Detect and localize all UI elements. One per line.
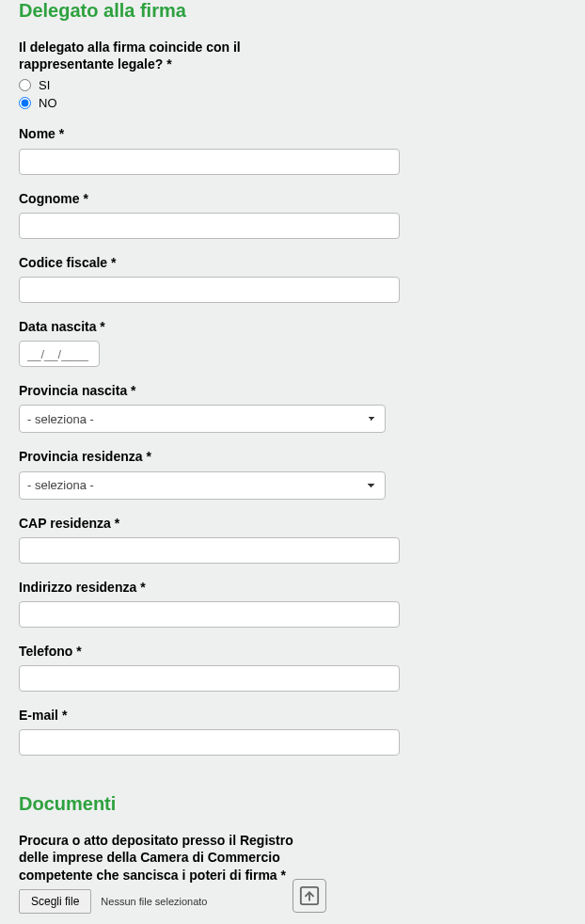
- input-email[interactable]: [19, 729, 400, 756]
- label-provincia-residenza: Provincia residenza *: [19, 448, 301, 465]
- label-provincia-nascita: Provincia nascita *: [19, 382, 301, 399]
- field-provincia-nascita: Provincia nascita * - seleziona -: [19, 382, 566, 433]
- input-cap-residenza[interactable]: [19, 537, 400, 564]
- radio-no[interactable]: [19, 97, 31, 109]
- label-codice-fiscale: Codice fiscale *: [19, 254, 301, 271]
- input-telefono[interactable]: [19, 665, 400, 692]
- select-provincia-nascita[interactable]: - seleziona -: [19, 405, 386, 433]
- input-data-nascita[interactable]: [19, 341, 100, 367]
- select-provincia-residenza[interactable]: - seleziona -: [19, 471, 386, 500]
- label-procura: Procura o atto depositato presso il Regi…: [19, 832, 301, 884]
- input-indirizzo-residenza[interactable]: [19, 601, 400, 628]
- label-cognome: Cognome *: [19, 190, 301, 207]
- field-email: E-mail *: [19, 707, 566, 756]
- field-indirizzo-residenza: Indirizzo residenza *: [19, 579, 566, 628]
- label-cap-residenza: CAP residenza *: [19, 515, 301, 532]
- field-coincide: Il delegato alla firma coincide con il r…: [19, 39, 566, 110]
- file-status-text: Nessun file selezionato: [101, 896, 207, 907]
- input-cognome[interactable]: [19, 213, 400, 239]
- radio-no-label: NO: [39, 96, 57, 110]
- file-choose-button[interactable]: Scegli file: [19, 889, 91, 914]
- section-title-delegato: Delegato alla firma: [19, 0, 566, 22]
- radio-si[interactable]: [19, 79, 31, 91]
- section-title-documenti: Documenti: [19, 793, 566, 815]
- field-nome: Nome *: [19, 125, 566, 174]
- field-codice-fiscale: Codice fiscale *: [19, 254, 566, 303]
- label-indirizzo-residenza: Indirizzo residenza *: [19, 579, 301, 596]
- field-telefono: Telefono *: [19, 643, 566, 692]
- label-data-nascita: Data nascita *: [19, 318, 301, 335]
- radio-row-no: NO: [19, 96, 566, 110]
- input-nome[interactable]: [19, 149, 400, 175]
- label-nome: Nome *: [19, 125, 301, 142]
- label-email: E-mail *: [19, 707, 301, 724]
- radio-si-label: SI: [39, 78, 50, 92]
- label-telefono: Telefono *: [19, 643, 301, 660]
- field-data-nascita: Data nascita *: [19, 318, 566, 367]
- input-codice-fiscale[interactable]: [19, 277, 400, 303]
- field-cognome: Cognome *: [19, 190, 566, 239]
- radio-row-si: SI: [19, 78, 566, 92]
- field-cap-residenza: CAP residenza *: [19, 515, 566, 564]
- label-coincide: Il delegato alla firma coincide con il r…: [19, 39, 301, 72]
- scroll-top-button[interactable]: [292, 879, 326, 913]
- field-provincia-residenza: Provincia residenza * - seleziona -: [19, 448, 566, 499]
- arrow-up-icon: [299, 885, 320, 906]
